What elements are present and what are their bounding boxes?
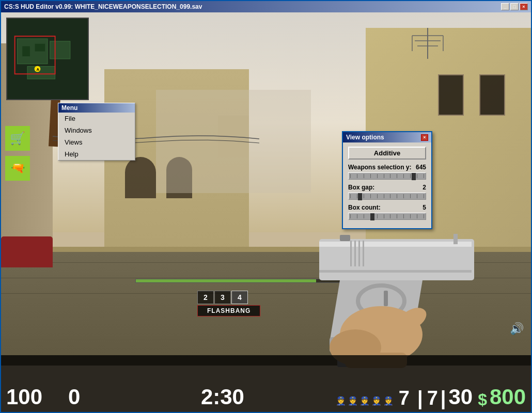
svg-rect-24 [350,241,352,266]
hud-ammo-current: 7 [427,388,438,408]
svg-rect-26 [358,241,360,266]
svg-rect-20 [319,242,472,247]
hud-strip: 100 0 2:30 👮 👮 👮 👮 👮 7 [1,355,531,412]
minimap[interactable]: A [6,18,89,100]
hud-timer-value: 2:30 [201,386,244,408]
hud-team-section: 👮 👮 👮 👮 👮 [336,396,399,408]
player-icon-5: 👮 [383,396,394,406]
dialog-body: Additive Weapons selection y: 645 [343,142,431,228]
box-count-slider-row: Box count: 5 [348,204,426,220]
svg-rect-27 [363,241,364,266]
weapon-slot-1[interactable]: 2 [197,291,214,304]
menu-item-views[interactable]: Views [58,136,135,148]
window-title: CS:S HUD Editor v0.99: WHITE_NICEWEAPONS… [4,3,202,10]
cart-symbol: 🛒 [10,131,25,146]
menu-item-windows[interactable]: Windows [58,124,135,136]
weapons-y-slider[interactable] [348,172,426,180]
hud-players-value: 7 [399,388,410,408]
arch-1 [125,157,156,198]
minimize-button[interactable]: _ [501,3,509,10]
speaker-icon[interactable]: 🔊 [510,322,524,336]
dialog-title-text: View options [346,134,384,141]
window-frame: CS:S HUD Editor v0.99: WHITE_NICEWEAPONS… [0,0,532,413]
dialog-title-bar: View options × [343,132,431,142]
menu-container: Menu File Windows Views Help [58,103,135,161]
car [1,236,53,267]
menu-title: Menu [58,103,135,113]
svg-rect-31 [384,291,388,306]
close-button[interactable]: × [520,3,528,10]
hud-health-value: 100 [6,386,42,408]
svg-text:A: A [37,67,40,72]
svg-rect-25 [354,241,356,266]
window-right-2 [438,74,464,116]
svg-rect-13 [35,44,45,52]
antenna [407,28,448,59]
box-count-value: 5 [423,204,426,211]
weapons-y-label: Weapons selection y: 645 [348,164,426,171]
weapon-slots: 2 3 4 [197,291,260,304]
hud-health-section: 100 [6,386,68,408]
svg-rect-12 [22,46,30,57]
box-count-label: Box count: 5 [348,204,426,211]
hud-armor-section: 0 [68,386,109,408]
hud-ammo-reserve: 30 [448,386,473,408]
menu-item-file[interactable]: File [58,113,135,124]
weapons-y-thumb[interactable] [412,173,416,180]
box-count-thumb[interactable] [370,213,374,220]
gun-icon[interactable]: 🔫 [5,156,30,181]
title-bar-buttons: _ □ × [501,3,528,10]
weapon-name-display: FLASHBANG [197,305,260,316]
weapons-y-value: 645 [416,164,426,171]
weapon-slots-container: 2 3 4 FLASHBANG [197,291,260,316]
cart-icon[interactable]: 🛒 [5,126,30,151]
hud-money-value: 800 [490,386,526,408]
box-gap-thumb[interactable] [358,193,362,200]
hud-armor-value: 0 [68,386,80,408]
additive-button[interactable]: Additive [348,147,426,160]
dialog-close-button[interactable]: × [421,134,428,141]
box-gap-value: 2 [423,184,426,191]
svg-rect-23 [340,235,350,241]
gun-symbol: 🔫 [11,162,25,175]
game-viewport: A 🛒 🔫 Menu File Windows Views Help View … [1,12,531,412]
svg-rect-15 [27,67,55,79]
hud-timer-section: 2:30 [109,386,336,408]
box-gap-slider[interactable] [348,193,426,200]
hud-players-section: 7 [399,388,417,408]
svg-rect-14 [50,41,70,59]
hud-divider: | [417,388,427,408]
menu-item-help[interactable]: Help [58,148,135,160]
player-icon-4: 👮 [371,396,382,406]
player-icon-3: 👮 [359,396,370,406]
hud-money-section: $ 800 [478,386,526,408]
weapon-slot-3[interactable]: 4 [231,291,248,304]
weapons-y-slider-row: Weapons selection y: 645 [348,164,426,180]
window-right-1 [479,74,505,116]
player-icon-1: 👮 [336,396,346,406]
maximize-button[interactable]: □ [510,3,519,10]
weapon-slot-2[interactable]: 3 [214,291,231,304]
menu-title-text: Menu [61,104,77,112]
view-options-dialog: View options × Additive Weapons selectio… [342,131,432,229]
slider-ticks-count [349,214,426,218]
hud-dollar-sign: $ [478,391,487,408]
svg-rect-22 [453,234,458,244]
title-bar: CS:S HUD Editor v0.99: WHITE_NICEWEAPONS… [1,1,531,12]
box-count-slider[interactable] [348,213,426,220]
box-gap-slider-row: Box gap: 2 [348,184,426,200]
player-icon-2: 👮 [348,396,358,406]
hud-ammo-section: 7 | 30 [427,386,478,408]
svg-rect-21 [319,270,472,273]
box-gap-label: Box gap: 2 [348,184,426,191]
minimap-svg: A [7,19,88,99]
